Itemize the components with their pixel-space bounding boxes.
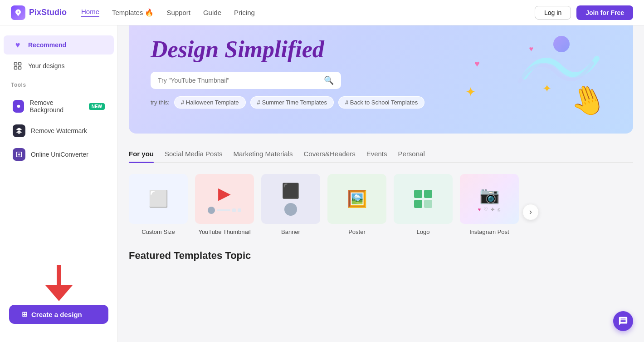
scroll-right-button[interactable]: › [522, 204, 539, 220]
tab-personal[interactable]: Personal [398, 146, 425, 162]
nav-right: Log in Join for Free [535, 5, 633, 20]
poster-icon: 🖼️ [347, 189, 367, 208]
sidebar-bottom: ⊞ Create a design [0, 256, 117, 317]
logo-text: PixStudio [29, 8, 67, 17]
tab-events[interactable]: Events [366, 146, 387, 162]
svg-rect-0 [15, 63, 17, 65]
your-designs-label: Your designs [28, 62, 64, 69]
remove-watermark-icon [13, 124, 25, 137]
design-card-poster[interactable]: 🖼️ Poster [327, 174, 386, 235]
design-cards: ⬜ Custom Size ▶ [129, 174, 519, 235]
nav-guide[interactable]: Guide [203, 9, 221, 16]
uniconverter-label: Online UniConverter [31, 151, 88, 158]
create-btn-icon: ⊞ [22, 310, 28, 317]
hero-banner: Design Simplified 🔍 try this: # Hallowee… [129, 11, 633, 134]
custom-thumb: ⬜ [129, 174, 188, 224]
heart-icon: ♥ [13, 40, 23, 50]
svg-point-4 [17, 105, 20, 108]
remove-watermark-label: Remove Watermark [31, 127, 87, 134]
tab-social-media[interactable]: Social Media Posts [165, 146, 223, 162]
nav-pricing[interactable]: Pricing [234, 9, 255, 16]
try-label: try this: [151, 99, 170, 106]
main-content: Design Simplified 🔍 try this: # Hallowee… [118, 0, 644, 317]
instagram-label: Instagram Post [469, 228, 509, 235]
try-tag-school[interactable]: # Back to School Templates [338, 96, 424, 109]
nav-home[interactable]: Home [81, 8, 99, 17]
designs-icon [13, 61, 23, 71]
logo[interactable]: PixStudio [11, 5, 67, 20]
youtube-icon: ▶ [218, 184, 231, 203]
sidebar-item-recommend[interactable]: ♥ Recommend [4, 35, 114, 55]
youtube-thumb: ▶ [195, 174, 254, 224]
logo-thumb [394, 174, 453, 224]
banner-thumb: ⬛ [261, 174, 320, 224]
poster-label: Poster [348, 228, 366, 235]
remove-background-label: Remove Background [29, 99, 83, 114]
instagram-icon: 📷 [479, 186, 500, 205]
create-btn-label: Create a design [31, 311, 82, 317]
fire-icon: 🔥 [145, 8, 154, 17]
poster-thumb: 🖼️ [327, 174, 386, 224]
sidebar-recommend-label: Recommend [28, 41, 66, 49]
search-input[interactable] [158, 77, 320, 84]
uniconverter-icon [13, 148, 25, 161]
svg-marker-6 [45, 285, 73, 301]
sidebar-item-remove-watermark[interactable]: Remove Watermark [4, 120, 114, 142]
design-cards-wrapper: ⬜ Custom Size ▶ [129, 174, 633, 250]
navbar: PixStudio Home Templates 🔥 Support Guide… [0, 0, 644, 25]
search-bar: 🔍 [151, 72, 341, 89]
featured-section: Featured Templates Topic [129, 250, 633, 262]
svg-rect-3 [19, 67, 21, 69]
create-design-button[interactable]: ⊞ Create a design [9, 305, 108, 317]
design-card-custom[interactable]: ⬜ Custom Size [129, 174, 188, 235]
sidebar: ♥ Recommend Your designs Tools Remove Ba… [0, 25, 118, 317]
logo-label: Logo [417, 228, 430, 235]
svg-rect-1 [19, 63, 21, 65]
arrow-down [45, 265, 73, 301]
instagram-inner: 📷 ♥ ♡ ✈ ⎌ [460, 174, 519, 224]
design-card-logo[interactable]: Logo [394, 174, 453, 235]
design-card-instagram[interactable]: 📷 ♥ ♡ ✈ ⎌ Instagram Post [460, 174, 519, 235]
tab-for-you[interactable]: For you [129, 146, 154, 162]
tab-covers[interactable]: Covers&Headers [303, 146, 355, 162]
insta-action-icons: ♥ ♡ ✈ ⎌ [478, 207, 501, 213]
design-card-youtube[interactable]: ▶ YouTube Thumbnail [195, 174, 254, 235]
logo-icon [11, 5, 25, 20]
banner-label: Banner [281, 228, 300, 235]
login-button[interactable]: Log in [535, 6, 571, 20]
sidebar-item-your-designs[interactable]: Your designs [4, 56, 114, 75]
svg-rect-2 [15, 67, 17, 69]
try-tag-halloween[interactable]: # Halloween Template [174, 96, 246, 109]
banner-icon: ⬛ [282, 182, 300, 199]
category-tabs: For you Social Media Posts Marketing Mat… [129, 146, 633, 163]
try-tag-summer[interactable]: # Summer Time Templates [250, 96, 334, 109]
design-card-banner[interactable]: ⬛ Banner [261, 174, 320, 235]
sidebar-item-remove-background[interactable]: Remove Background NEW [4, 94, 114, 118]
custom-icon: ⬜ [148, 189, 169, 208]
nav-links: Home Templates 🔥 Support Guide Pricing [81, 8, 520, 17]
youtube-label: YouTube Thumbnail [198, 228, 250, 235]
new-badge: NEW [89, 103, 105, 110]
custom-label: Custom Size [141, 228, 175, 235]
nav-templates[interactable]: Templates 🔥 [112, 8, 154, 17]
sidebar-item-uniconverter[interactable]: Online UniConverter [4, 144, 114, 165]
instagram-thumb: 📷 ♥ ♡ ✈ ⎌ [460, 174, 519, 224]
join-button[interactable]: Join for Free [576, 5, 633, 20]
nav-support[interactable]: Support [166, 9, 190, 16]
remove-background-icon [13, 100, 24, 113]
hero-decoration: ♥ ♥ ✦ 🤚 ✦ [447, 20, 606, 124]
featured-title: Featured Templates Topic [129, 250, 633, 262]
tools-label: Tools [7, 82, 110, 88]
tab-marketing[interactable]: Marketing Materials [234, 146, 293, 162]
search-icon[interactable]: 🔍 [324, 75, 334, 85]
